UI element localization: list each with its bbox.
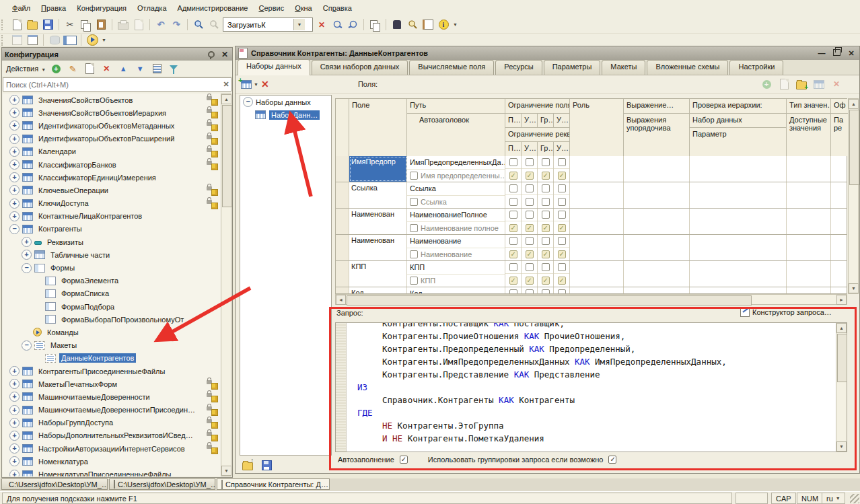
- table-row[interactable]: КППКППКПП: [336, 261, 847, 287]
- tree-item-ФормаПодбора[interactable]: ФормаПодбора: [3, 300, 221, 313]
- cell-hier[interactable]: [690, 235, 787, 260]
- add-dataset-dropdown-icon[interactable]: ▼: [254, 82, 258, 87]
- restriction-checkbox[interactable]: [558, 158, 566, 166]
- restriction-checkbox[interactable]: [558, 277, 566, 285]
- tree-item-Формы[interactable]: −Формы: [3, 261, 221, 274]
- toolbar-grip[interactable]: [1, 20, 5, 30]
- tab-Макеты[interactable]: Макеты: [602, 60, 645, 75]
- sort-icon[interactable]: [150, 62, 164, 75]
- open-button[interactable]: [26, 18, 39, 32]
- cell-cb3[interactable]: [554, 261, 570, 287]
- add-icon[interactable]: +: [49, 62, 63, 75]
- restriction-checkbox[interactable]: [558, 263, 566, 271]
- cell-field[interactable]: Код: [349, 287, 407, 294]
- start-debugging-button[interactable]: [85, 34, 99, 47]
- tree-item-КонтактныеЛицаКонтрагентов[interactable]: +КонтактныеЛицаКонтрагентов: [3, 210, 221, 223]
- tab-Вложенные схемы[interactable]: Вложенные схемы: [647, 60, 728, 75]
- pin-icon[interactable]: [208, 51, 215, 58]
- cell-vtype[interactable]: [787, 182, 831, 208]
- col-cb[interactable]: У…: [554, 142, 570, 157]
- expand-icon[interactable]: +: [9, 456, 20, 466]
- expand-icon[interactable]: +: [9, 470, 20, 476]
- query-constructor-link[interactable]: Конструктор запроса…: [740, 308, 832, 317]
- cell-cb3[interactable]: [554, 287, 570, 294]
- restriction-checkbox[interactable]: [558, 172, 566, 180]
- restriction-checkbox[interactable]: [509, 198, 517, 206]
- restriction-checkbox[interactable]: [542, 289, 550, 294]
- table-row[interactable]: ИмяПредопрИмяПредопределенныхДа…Имя пред…: [336, 156, 847, 182]
- cell-cb2[interactable]: [538, 182, 554, 208]
- col-hierarchy[interactable]: Проверка иерархии:: [690, 99, 787, 114]
- debug-dropdown-icon[interactable]: ▼: [102, 38, 106, 42]
- print-button[interactable]: [116, 18, 130, 32]
- window-tab[interactable]: Справочник Контрагенты: Д…: [217, 478, 330, 490]
- fields-vscrollbar[interactable]: ▲ ▼: [848, 98, 859, 294]
- cell-role[interactable]: [570, 209, 624, 234]
- cell-last[interactable]: [831, 182, 847, 208]
- autofill-checkbox[interactable]: [400, 456, 408, 464]
- collapse-icon[interactable]: −: [9, 224, 20, 234]
- restriction-checkbox[interactable]: [558, 224, 566, 232]
- collapse-icon[interactable]: −: [22, 263, 32, 273]
- col-cb[interactable]: Гр…: [538, 114, 554, 128]
- restriction-checkbox[interactable]: [542, 277, 550, 285]
- find-previous-button[interactable]: [346, 18, 359, 32]
- title-checkbox[interactable]: [410, 172, 418, 180]
- tree-item-Команды[interactable]: Команды: [3, 326, 221, 338]
- tree-item-Контрагенты[interactable]: −Контрагенты: [3, 223, 221, 236]
- col-expression[interactable]: Выражение…: [624, 99, 690, 114]
- cell-vtype[interactable]: [787, 156, 831, 182]
- dataset-item[interactable]: НаборДанн…: [240, 108, 331, 121]
- expand-icon[interactable]: +: [9, 120, 20, 131]
- cell-field[interactable]: Ссылка: [349, 182, 407, 208]
- move-up-icon[interactable]: ▲: [116, 62, 130, 75]
- tree-item-ЗначенияСвойствОбъектов[interactable]: +ЗначенияСвойствОбъектов: [3, 94, 221, 106]
- tree-item-ФормаЭлемента[interactable]: ФормаЭлемента: [3, 275, 221, 287]
- cell-cb0[interactable]: [505, 235, 522, 260]
- find-next-button[interactable]: [330, 18, 344, 32]
- cell-vtype[interactable]: [787, 261, 831, 287]
- copy-item-icon[interactable]: [83, 62, 96, 75]
- cell-expr[interactable]: [624, 235, 690, 260]
- cell-cb3[interactable]: [554, 156, 570, 182]
- tree-item-ИдентификаторыОбъектовМетаданных[interactable]: +ИдентификаторыОбъектовМетаданных: [3, 119, 221, 132]
- cell-path[interactable]: НаименованиеПолноеНаименование полное: [407, 209, 505, 234]
- title-checkbox[interactable]: [410, 250, 418, 258]
- grouping-checkbox[interactable]: [608, 456, 616, 464]
- expand-icon[interactable]: +: [9, 431, 20, 441]
- cell-cb1[interactable]: [522, 261, 538, 287]
- configurator-button[interactable]: [390, 18, 404, 32]
- cell-role[interactable]: [570, 182, 624, 208]
- save-button[interactable]: [41, 18, 55, 32]
- tree-item-ФормаСписка[interactable]: ФормаСписка: [3, 287, 221, 300]
- restriction-checkbox[interactable]: [509, 224, 517, 232]
- menu-item-Конфигурация[interactable]: Конфигурация: [71, 2, 132, 14]
- restriction-checkbox[interactable]: [509, 237, 517, 245]
- tree-item-ИдентификаторыОбъектовРасширений[interactable]: +ИдентификаторыОбъектовРасширений: [3, 133, 221, 145]
- tree-item-МашиночитаемыеДоверенностиПрисоедин…[interactable]: +МашиночитаемыеДоверенностиПрисоедин…: [3, 404, 221, 417]
- collapse-icon[interactable]: −: [22, 340, 32, 351]
- cell-hier[interactable]: [690, 287, 787, 294]
- col-cb[interactable]: П…: [505, 114, 522, 128]
- restriction-checkbox[interactable]: [558, 250, 566, 258]
- col-hierarchy-dataset[interactable]: Набор данных: [690, 114, 787, 128]
- tree-item-ДанныеКонтрагентов[interactable]: ДанныеКонтрагентов: [3, 352, 221, 365]
- expand-icon[interactable]: +: [9, 108, 20, 118]
- expand-icon[interactable]: +: [9, 95, 20, 105]
- cell-cb2[interactable]: [538, 209, 554, 234]
- col-value-type-sub[interactable]: Доступные значения: [787, 114, 831, 157]
- col-last[interactable]: Оф: [831, 99, 848, 114]
- expand-icon[interactable]: +: [9, 392, 20, 402]
- restriction-checkbox[interactable]: [509, 263, 517, 271]
- tab-Ресурсы[interactable]: Ресурсы: [495, 60, 542, 75]
- cell-last[interactable]: [831, 287, 847, 294]
- col-autoheader[interactable]: Автозаголовок: [407, 114, 505, 157]
- cell-cb3[interactable]: [554, 209, 570, 234]
- menu-item-Отладка[interactable]: Отладка: [132, 2, 172, 14]
- clear-search-button[interactable]: ✕: [315, 18, 328, 32]
- cell-path[interactable]: ИмяПредопределенныхДа…Имя предопределенн…: [407, 156, 505, 182]
- cell-last[interactable]: [831, 209, 847, 234]
- restriction-checkbox[interactable]: [558, 198, 566, 206]
- cell-cb3[interactable]: [554, 182, 570, 208]
- table-row[interactable]: КодКодКод: [336, 287, 847, 294]
